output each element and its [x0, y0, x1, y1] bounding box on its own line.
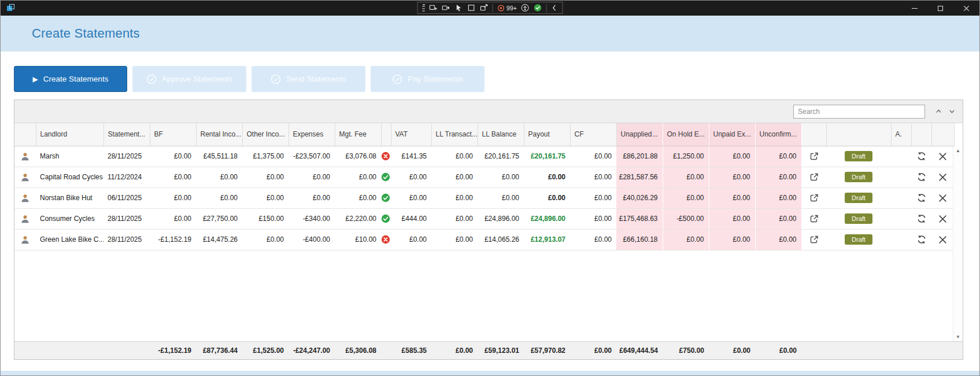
col-bf[interactable]: BF [150, 123, 196, 146]
statement-row[interactable]: Consumer Cycles28/11/2025£0.00£27,750.00… [14, 208, 954, 229]
remove-button[interactable] [931, 146, 954, 167]
cell-rental-income[interactable]: £0.00 [196, 167, 242, 187]
cell-other-income[interactable]: £0.00 [242, 167, 289, 187]
refresh-button[interactable] [911, 208, 931, 229]
cell-rental-income[interactable]: £45,511.18 [196, 146, 242, 167]
remove-button[interactable] [931, 229, 954, 250]
cell-expenses[interactable]: -£400.00 [289, 229, 335, 250]
cell-unapplied[interactable]: £40,026.29 [616, 187, 663, 208]
create-statements-button[interactable]: ▶ Create Statements [14, 66, 127, 92]
cell-unconfirmed[interactable]: £0.00 [755, 146, 801, 167]
cell-unpaid[interactable]: £0.00 [709, 208, 755, 229]
col-ll-balance[interactable]: LL Balance [478, 123, 524, 146]
col-on-hold[interactable]: On Hold E... [663, 123, 709, 146]
pay-statements-button[interactable]: Pay Statements [371, 66, 485, 92]
cell-expenses[interactable]: £0.00 [289, 167, 335, 187]
col-vat[interactable]: VAT [391, 123, 431, 146]
open-statement-button[interactable] [801, 187, 826, 208]
col-ll-transactions[interactable]: LL Transact... [431, 123, 478, 146]
cell-on-hold[interactable]: £0.00 [663, 187, 709, 208]
cell-unapplied[interactable]: £281,587.56 [616, 167, 663, 187]
frame-icon[interactable] [467, 3, 475, 12]
cell-rental-income[interactable]: £27,750.00 [196, 208, 242, 229]
pointer-icon[interactable] [454, 3, 463, 12]
approve-statements-button[interactable]: Approve Statements [132, 66, 246, 92]
cell-unconfirmed[interactable]: £0.00 [755, 167, 801, 187]
vertical-scrollbar[interactable]: ▲ ▼ [953, 146, 963, 341]
cell-on-hold[interactable]: £1,250.00 [663, 146, 709, 167]
col-cf[interactable]: CF [570, 123, 616, 146]
cell-ll-transactions[interactable]: £0.00 [431, 208, 478, 229]
cell-rental-income[interactable]: £0.00 [196, 187, 242, 208]
cell-other-income[interactable]: £150.00 [242, 208, 289, 229]
col-unapplied[interactable]: Unapplied... [616, 123, 663, 146]
col-payout[interactable]: Payout [524, 123, 570, 146]
cell-unapplied[interactable]: £66,160.18 [616, 229, 663, 250]
statement-row[interactable]: Norstan Bike Hut06/11/2025£0.00£0.00£0.0… [14, 187, 954, 208]
cell-unapplied[interactable]: £175,468.63 [616, 208, 663, 229]
refresh-button[interactable] [911, 146, 931, 167]
refresh-button[interactable] [911, 187, 931, 208]
camera-icon[interactable] [441, 3, 450, 12]
col-unpaid[interactable]: Unpaid Ex... [709, 123, 755, 146]
status-ok-icon[interactable] [534, 3, 542, 12]
expand-all-button[interactable] [947, 107, 956, 116]
maximize-button[interactable] [927, 1, 953, 16]
minimize-button[interactable] [901, 1, 927, 16]
cell-on-hold[interactable]: £0.00 [663, 229, 709, 250]
statement-row[interactable]: Marsh28/11/2025£0.00£45,511.18£1,375.00-… [14, 146, 954, 167]
remove-button[interactable] [931, 208, 954, 229]
cell-unconfirmed[interactable]: £0.00 [755, 208, 801, 229]
cell-unpaid[interactable]: £0.00 [709, 229, 755, 250]
cell-expenses[interactable]: £0.00 [289, 187, 335, 208]
cell-unpaid[interactable]: £0.00 [709, 167, 755, 187]
cell-ll-transactions[interactable]: £0.00 [431, 229, 478, 250]
cell-unapplied[interactable]: £86,201.88 [616, 146, 663, 167]
cell-rental-income[interactable]: £14,475.26 [196, 229, 242, 250]
cell-ll-transactions[interactable]: £0.00 [431, 187, 478, 208]
cell-expenses[interactable]: -£340.00 [289, 208, 335, 229]
remove-button[interactable] [931, 187, 954, 208]
cell-unconfirmed[interactable]: £0.00 [755, 187, 801, 208]
remove-button[interactable] [931, 167, 954, 187]
cell-ll-transactions[interactable]: £0.00 [431, 146, 478, 167]
cell-other-income[interactable]: £0.00 [242, 187, 289, 208]
drag-handle-icon[interactable] [422, 4, 424, 12]
refresh-button[interactable] [911, 229, 931, 250]
send-statements-button[interactable]: Send Statements [252, 66, 365, 92]
add-window-icon[interactable] [428, 3, 437, 12]
col-rental-income[interactable]: Rental Inco... [196, 123, 242, 146]
cell-unpaid[interactable]: £0.00 [709, 146, 755, 167]
open-statement-button[interactable] [801, 167, 826, 187]
statement-row[interactable]: Capital Road Cycles11/12/2024£0.00£0.00£… [14, 167, 954, 187]
refresh-button[interactable] [911, 167, 931, 187]
cell-other-income[interactable]: £1,375.00 [242, 146, 289, 167]
open-statement-button[interactable] [801, 229, 826, 250]
scroll-up-icon[interactable]: ▲ [953, 148, 963, 153]
cell-unconfirmed[interactable]: £0.00 [755, 229, 801, 250]
cell-unpaid[interactable]: £0.00 [709, 187, 755, 208]
share-window-icon[interactable] [479, 3, 488, 12]
col-statement-date[interactable]: Statement... [103, 123, 150, 146]
open-statement-button[interactable] [801, 146, 826, 167]
cell-expenses[interactable]: -£23,507.00 [289, 146, 335, 167]
statement-row[interactable]: Green Lake Bike C...28/11/2025-£1,152.19… [14, 229, 954, 250]
search-input[interactable] [793, 105, 925, 119]
cell-ll-transactions[interactable]: £0.00 [431, 167, 478, 187]
col-unconfirmed[interactable]: Unconfirm... [755, 123, 801, 146]
cell-on-hold[interactable]: £0.00 [663, 167, 709, 187]
cell-on-hold[interactable]: -£500.00 [663, 208, 709, 229]
scroll-down-icon[interactable]: ▼ [953, 334, 963, 340]
col-mgt-fee[interactable]: Mgt. Fee [335, 123, 381, 146]
close-window-button[interactable] [953, 1, 979, 16]
collapse-chevron-icon[interactable] [551, 4, 558, 12]
col-other-income[interactable]: Other Inco... [242, 123, 289, 146]
record-indicator[interactable]: 99+ [497, 4, 517, 12]
col-a[interactable]: A. [891, 123, 911, 146]
cell-other-income[interactable]: £0.00 [242, 229, 289, 250]
accessibility-icon[interactable] [521, 3, 530, 12]
col-expenses[interactable]: Expenses [289, 123, 335, 146]
collapse-all-button[interactable] [934, 107, 943, 116]
col-landlord[interactable]: Landlord [36, 123, 103, 146]
open-statement-button[interactable] [801, 208, 826, 229]
